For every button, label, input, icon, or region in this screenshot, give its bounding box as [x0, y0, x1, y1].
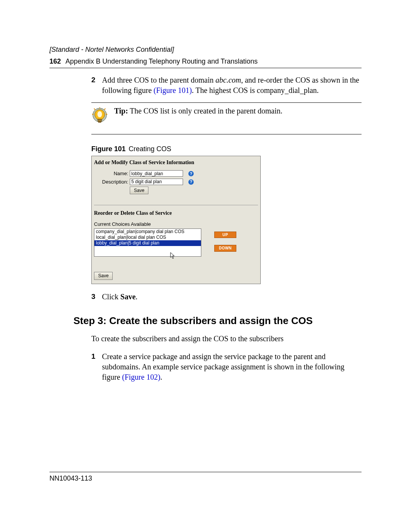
name-label: Name: [94, 170, 130, 177]
reorder-buttons: UP DOWN [214, 232, 236, 252]
reorder-row: company_dial_plan|company dial plan COS … [94, 228, 258, 265]
divider [94, 205, 258, 205]
help-icon[interactable]: ? [188, 179, 194, 185]
description-label: Description: [94, 179, 130, 185]
section-heading-step3: Step 3: Create the subscribers and assig… [73, 315, 362, 327]
domain-name: abc.com [215, 76, 241, 84]
list-item[interactable]: local_dial_plan|local dial plan COS [94, 235, 201, 240]
cos-listbox[interactable]: company_dial_plan|company dial plan COS … [94, 228, 201, 257]
list-item[interactable]: company_dial_plan|company dial plan COS [94, 229, 201, 235]
page-footer: NN10043-113 [49, 472, 362, 482]
page-number: 162 [49, 58, 61, 65]
confidential-header: [Standard - Nortel Networks Confidential… [49, 46, 362, 54]
up-button[interactable]: UP [214, 232, 236, 238]
tip-block: Tip: The COS list is only created in the… [91, 102, 362, 134]
figure-caption: Figure 101Creating COS [91, 144, 362, 153]
lightbulb-icon [91, 107, 108, 127]
figure-title: Creating COS [129, 145, 171, 153]
step-number: 1 [91, 351, 102, 382]
step-text: Click Save. [102, 292, 362, 302]
appendix-title: Appendix B Understanding Telephony Routi… [65, 58, 258, 65]
svg-rect-2 [98, 119, 102, 121]
description-input[interactable]: 5 digit dial plan [130, 179, 183, 185]
section-heading: Reorder or Delete Class of Service [94, 210, 258, 217]
figure-101-screenshot: Add or Modify Class of Service Informati… [91, 156, 261, 284]
description-row: Description: 5 digit dial plan ? [94, 179, 258, 185]
substep-1: 1 Create a service package and assign th… [91, 351, 362, 382]
step-3: 3 Click Save. [91, 292, 362, 302]
document-page: [Standard - Nortel Networks Confidential… [0, 0, 411, 532]
step-number: 2 [91, 75, 102, 96]
running-header: 162Appendix B Understanding Telephony Ro… [49, 58, 362, 68]
svg-point-1 [97, 111, 102, 117]
help-icon[interactable]: ? [188, 171, 194, 176]
list-item-selected[interactable]: lobby_dial_plan|5 digit dial plan [94, 240, 201, 246]
paragraph: To create the subscribers and assign the… [91, 334, 362, 344]
save-button[interactable]: Save [130, 187, 148, 194]
step-text: Create a service package and assign the … [102, 351, 362, 382]
name-row: Name: lobby_dial_plan ? [94, 170, 258, 177]
choices-label: Current Choices Available [94, 221, 258, 228]
save-button[interactable]: Save [94, 272, 113, 280]
body-content-2: To create the subscribers and assign the… [91, 334, 362, 382]
step-number: 3 [91, 292, 102, 302]
figure-label: Figure 101 [91, 145, 126, 153]
figure-ref-102[interactable]: (Figure 102) [122, 373, 161, 381]
name-input[interactable]: lobby_dial_plan [130, 170, 183, 177]
tip-text: Tip: The COS list is only created in the… [114, 106, 362, 116]
step-2: 2 Add three COS to the parent domain abc… [91, 75, 362, 96]
down-button[interactable]: DOWN [214, 245, 236, 252]
tip-label: Tip: [114, 107, 128, 115]
body-content: 2 Add three COS to the parent domain abc… [91, 75, 362, 302]
svg-rect-3 [98, 121, 101, 123]
section-heading: Add or Modify Class of Service Informati… [94, 159, 258, 166]
doc-id: NN10043-113 [49, 472, 362, 482]
step-text: Add three COS to the parent domain abc.c… [102, 75, 362, 96]
figure-ref-101[interactable]: (Figure 101) [154, 86, 192, 94]
